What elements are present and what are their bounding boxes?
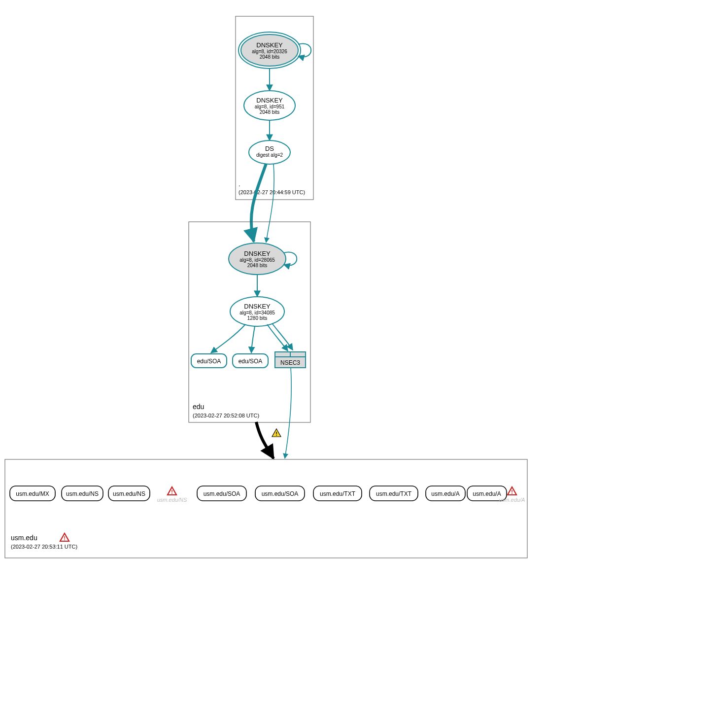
usm-zone-warning-icon: !	[60, 533, 69, 541]
usm-rrset-2: usm.edu/NS	[108, 486, 150, 501]
edu-ksk-sub1: alg=8, id=28065	[239, 257, 275, 263]
usm-rrset-3: usm.edu/SOA	[197, 486, 246, 501]
edu-zsk-sub1: alg=8, id=34085	[239, 310, 275, 315]
edge-ds-to-edu-ksk-thin	[266, 164, 274, 243]
edu-ksk-sub2: 2048 bits	[247, 263, 268, 268]
root-zone-timestamp: (2023-02-27 20:44:59 UTC)	[239, 189, 305, 195]
edge-edu-zsk-soa1	[211, 324, 245, 353]
root-ds: DS digest alg=2	[249, 140, 290, 164]
usm-rrset-0-label: usm.edu/MX	[16, 490, 49, 497]
edu-soa-2-label: edu/SOA	[239, 358, 263, 365]
usm-rrset-4: usm.edu/SOA	[255, 486, 305, 501]
usm-a-error-label: usm.edu/A	[499, 497, 525, 503]
zone-edu: DNSKEY alg=8, id=28065 2048 bits DNSKEY …	[189, 222, 310, 422]
usm-rrset-7: usm.edu/A	[426, 486, 465, 501]
warning-icon: !	[168, 487, 176, 495]
root-ksk-sub1: alg=8, id=20326	[252, 49, 287, 54]
usm-rrset-6: usm.edu/TXT	[370, 486, 418, 501]
svg-text:!: !	[171, 489, 173, 495]
edu-dnskey-ksk: DNSKEY alg=8, id=28065 2048 bits	[229, 243, 286, 275]
edge-edu-zsk-nsec3-b	[272, 323, 293, 350]
zone-root: DNSKEY alg=8, id=20326 2048 bits DNSKEY …	[236, 16, 313, 200]
usm-rrset-2-label: usm.edu/NS	[113, 490, 145, 497]
usm-rrset-4-label: usm.edu/SOA	[262, 490, 299, 497]
edge-edu-zsk-nsec3	[267, 324, 288, 351]
dnssec-diagram: DNSKEY alg=8, id=20326 2048 bits DNSKEY …	[0, 0, 717, 728]
edu-zsk-title: DNSKEY	[244, 303, 271, 310]
usm-ns-error-label: usm.edu/NS	[157, 497, 187, 503]
usm-zone-label: usm.edu	[11, 534, 37, 542]
root-ds-sub1: digest alg=2	[256, 152, 283, 158]
edge-edu-to-usm-deleg	[256, 422, 273, 458]
root-zsk-title: DNSKEY	[256, 97, 283, 104]
zone-usm: usm.edu/MXusm.edu/NSusm.edu/NSusm.edu/SO…	[5, 459, 527, 558]
warning-icon: !	[508, 487, 516, 495]
usm-ns-error: ! usm.edu/NS	[157, 487, 187, 503]
edu-zone-timestamp: (2023-02-27 20:52:08 UTC)	[193, 413, 259, 418]
edu-ksk-title: DNSKEY	[244, 250, 271, 257]
svg-text:!: !	[275, 431, 277, 437]
edu-zsk-sub2: 1280 bits	[247, 315, 268, 321]
edge-nsec3-to-usm	[285, 368, 291, 458]
edu-dnskey-zsk: DNSKEY alg=8, id=34085 1280 bits	[230, 297, 284, 326]
edu-nsec3-label: NSEC3	[280, 359, 300, 366]
svg-text:!: !	[64, 535, 66, 541]
usm-rrset-5-label: usm.edu/TXT	[320, 490, 356, 497]
delegation-warning-icon: !	[272, 429, 281, 437]
usm-zone-timestamp: (2023-02-27 20:53:11 UTC)	[11, 544, 77, 550]
usm-rrset-3-label: usm.edu/SOA	[204, 490, 240, 497]
root-zsk-sub2: 2048 bits	[260, 109, 280, 115]
usm-rrset-1: usm.edu/NS	[62, 486, 103, 501]
usm-rrset-8-label: usm.edu/A	[473, 490, 501, 497]
edu-soa-1-label: edu/SOA	[197, 358, 221, 365]
root-ksk-sub2: 2048 bits	[260, 54, 280, 60]
edu-soa-1: edu/SOA	[191, 354, 227, 368]
root-dnskey-zsk: DNSKEY alg=8, id=951 2048 bits	[244, 91, 295, 120]
root-ds-title: DS	[265, 145, 274, 152]
root-zone-label: .	[239, 180, 240, 188]
edge-ds-to-edu-ksk	[251, 164, 266, 242]
edu-soa-2: edu/SOA	[233, 354, 268, 368]
edge-edu-zsk-soa2	[251, 326, 255, 353]
usm-rrset-6-label: usm.edu/TXT	[376, 490, 412, 497]
svg-text:!: !	[511, 489, 513, 495]
svg-rect-14	[5, 459, 527, 558]
edu-nsec3: NSEC3	[275, 352, 306, 368]
edu-zone-label: edu	[193, 403, 204, 411]
usm-rrset-0: usm.edu/MX	[10, 486, 55, 501]
root-ksk-title: DNSKEY	[256, 41, 283, 49]
root-dnskey-ksk: DNSKEY alg=8, id=20326 2048 bits	[239, 32, 301, 69]
usm-rrset-1-label: usm.edu/NS	[66, 490, 99, 497]
root-zsk-sub1: alg=8, id=951	[255, 104, 285, 109]
usm-rrset-5: usm.edu/TXT	[313, 486, 362, 501]
usm-rrset-7-label: usm.edu/A	[431, 490, 459, 497]
